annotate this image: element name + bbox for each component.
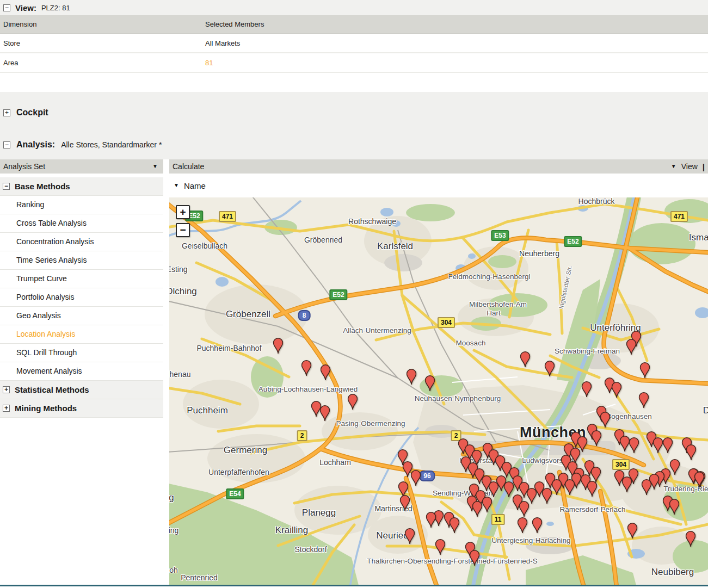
method-group-base-methods[interactable]: −Base Methods (0, 177, 163, 196)
map-pin[interactable] (520, 351, 531, 370)
collapse-icon[interactable]: − (3, 141, 10, 148)
name-dropdown[interactable]: Name (184, 181, 206, 190)
map-pin[interactable] (552, 479, 562, 498)
map-pin[interactable] (348, 394, 358, 412)
map-pin[interactable] (425, 375, 435, 394)
expand-icon[interactable]: + (3, 386, 10, 393)
view-table-header: Dimension Selected Members (0, 15, 708, 34)
method-item-sql-drill-through[interactable]: SQL Drill Through (0, 344, 163, 362)
calculate-button[interactable]: Calculate (173, 162, 204, 171)
method-item-location-analysis[interactable]: Location Analysis (0, 325, 163, 344)
expand-icon[interactable]: + (3, 405, 10, 412)
map-pin[interactable] (612, 382, 622, 400)
view-table-rows: StoreAll MarketsArea81 (0, 34, 708, 73)
map-pin[interactable] (435, 539, 446, 558)
map-pin[interactable] (321, 364, 331, 383)
analysis-section-header[interactable]: − Analysis: Alle Stores, Standardmarker … (3, 140, 162, 150)
map-pin[interactable] (640, 362, 650, 381)
collapse-icon[interactable]: − (3, 183, 10, 190)
map-pin[interactable] (565, 479, 575, 498)
map-pin[interactable] (472, 501, 483, 519)
map-pin[interactable] (663, 437, 673, 456)
map-pins-layer (169, 197, 708, 585)
table-row-area[interactable]: Area81 (0, 53, 708, 73)
analysis-title: Analysis: (16, 140, 55, 150)
map-pin[interactable] (626, 339, 637, 357)
view-menu-button[interactable]: View (681, 162, 698, 171)
method-group-label: Statistical Methods (15, 385, 89, 394)
method-group-mining-methods[interactable]: +Mining Methods (0, 399, 163, 418)
window-edge (0, 585, 708, 586)
analysis-set-panel: Analysis Set ▼ −Base MethodsRankingCross… (0, 159, 163, 585)
expand-icon[interactable]: + (3, 109, 10, 116)
section-area: + Cockpit − Analysis: Alle Stores, Stand… (0, 92, 708, 159)
map-pin[interactable] (482, 497, 492, 515)
view-context: PLZ2: 81 (41, 4, 70, 12)
map-pin[interactable] (426, 512, 436, 530)
map-pin[interactable] (629, 437, 639, 456)
map-pin[interactable] (622, 476, 632, 495)
map-pin[interactable] (670, 459, 680, 478)
chevron-down-icon[interactable]: ▼ (152, 164, 158, 169)
column-selected-members: Selected Members (205, 20, 708, 28)
map-pin[interactable] (470, 550, 480, 568)
method-item-portfolio-analysis[interactable]: Portfolio Analysis (0, 288, 163, 307)
map-pin[interactable] (532, 517, 543, 536)
map-pin[interactable] (273, 338, 284, 356)
chevron-down-icon[interactable]: ▼ (671, 164, 676, 169)
map-pin[interactable] (407, 369, 417, 387)
map-pin[interactable] (320, 405, 330, 424)
view-title: View: (15, 3, 36, 13)
map-pin[interactable] (450, 517, 460, 536)
map-pin[interactable] (653, 437, 663, 456)
selected-members-value[interactable]: 81 (205, 59, 708, 67)
map-pin[interactable] (686, 444, 697, 463)
analysis-set-header[interactable]: Analysis Set ▼ (0, 159, 163, 174)
method-item-trumpet-curve[interactable]: Trumpet Curve (0, 270, 163, 288)
map-pin[interactable] (686, 531, 696, 549)
map-pin[interactable] (400, 495, 410, 513)
view-section-header: − View: PLZ2: 81 (0, 0, 708, 15)
empty-row (0, 73, 708, 92)
method-item-cross-table-analysis[interactable]: Cross Table Analysis (0, 214, 163, 233)
method-item-concentration-analysis[interactable]: Concentration Analysis (0, 233, 163, 251)
map-pin[interactable] (669, 499, 680, 517)
map-pin[interactable] (301, 360, 312, 379)
analysis-set-label: Analysis Set (3, 162, 45, 171)
method-group-label: Base Methods (15, 182, 70, 191)
method-item-time-series-analysis[interactable]: Time Series Analysis (0, 251, 163, 270)
map-pin[interactable] (592, 430, 602, 449)
map-pin[interactable] (694, 472, 705, 490)
name-dropdown-row: ▼ Name (169, 174, 708, 197)
map-pin[interactable] (405, 528, 415, 547)
cockpit-section-header[interactable]: + Cockpit (3, 108, 48, 117)
dimension-name: Area (0, 59, 205, 67)
zoom-out-button[interactable]: − (176, 223, 190, 237)
collapse-icon[interactable]: − (3, 4, 10, 11)
method-item-ranking[interactable]: Ranking (0, 196, 163, 214)
analysis-context: Alle Stores, Standardmarker * (61, 140, 162, 149)
map-pin[interactable] (582, 381, 592, 400)
map-pin[interactable] (587, 481, 598, 499)
map-pin[interactable] (411, 470, 421, 488)
map-pin[interactable] (542, 488, 552, 506)
splitter-handle[interactable]: | (703, 162, 705, 171)
map-canvas[interactable]: HochbrückRothschwaigeGröbenriedKarlsfeld… (169, 197, 708, 585)
selected-members-value[interactable]: All Markets (205, 39, 708, 47)
map-pin[interactable] (627, 523, 638, 541)
table-row-store[interactable]: StoreAll Markets (0, 34, 708, 53)
zoom-in-button[interactable]: + (176, 205, 190, 219)
map-toolbar: Calculate ▼ View | (169, 159, 708, 174)
method-group-statistical-methods[interactable]: +Statistical Methods (0, 381, 163, 399)
method-item-geo-analysis[interactable]: Geo Analysis (0, 307, 163, 325)
map-pin[interactable] (519, 501, 530, 519)
method-item-movement-analysis[interactable]: Movement Analysis (0, 362, 163, 381)
method-list: −Base MethodsRankingCross Table Analysis… (0, 177, 163, 418)
method-group-label: Mining Methods (15, 404, 77, 413)
chevron-down-icon[interactable]: ▼ (174, 183, 179, 188)
map-pin[interactable] (600, 412, 611, 430)
map-pin[interactable] (545, 361, 555, 379)
map-pin[interactable] (639, 392, 649, 411)
map-pin[interactable] (518, 517, 528, 536)
map-pin[interactable] (642, 479, 652, 498)
